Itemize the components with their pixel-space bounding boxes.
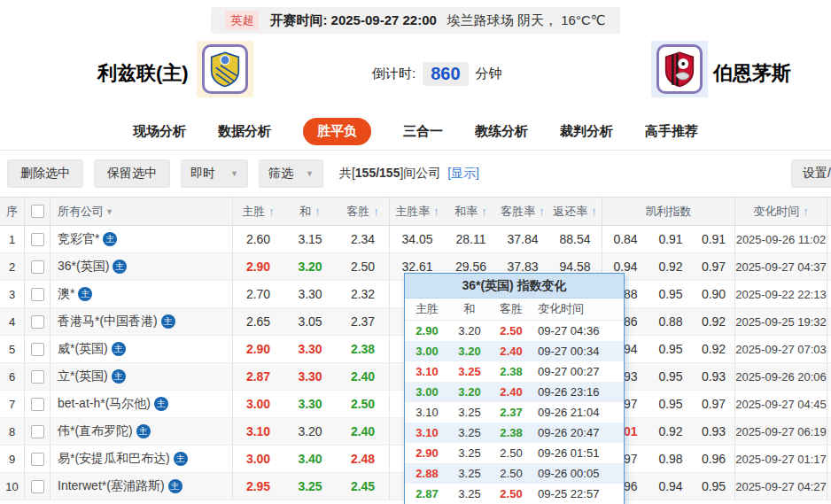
chevron-down-icon: ▼: [105, 207, 113, 216]
table-row: 1竞彩官*主2.603.152.3434.0528.1137.8488.540.…: [0, 226, 831, 253]
match-info-bar: 英超 开赛时间: 2025-09-27 22:00 埃兰路球场 阴天， 16°C…: [211, 7, 619, 34]
home-badge-icon: 主: [136, 424, 151, 438]
kelly-cell: 0.95: [648, 336, 693, 362]
col-header-home-rate[interactable]: 主胜率↑: [390, 198, 445, 225]
popup-odds-cell: 3.10: [405, 406, 449, 419]
odds-cell: 2.70: [233, 281, 283, 307]
popup-odds-cell: 3.00: [405, 345, 449, 358]
company-cell[interactable]: bet-at-h*(马尔他)主: [50, 391, 233, 417]
company-cell[interactable]: 伟*(直布罗陀)主: [50, 418, 233, 445]
company-cell[interactable]: 香港马*(中国香港)主: [50, 308, 233, 335]
col-header-kelly-index: 凯利指数: [602, 198, 735, 225]
col-header-home-odds[interactable]: 主胜↑: [233, 198, 283, 225]
select-all-checkbox[interactable]: [31, 205, 44, 218]
delete-selected-button[interactable]: 删除选中: [7, 159, 83, 188]
row-checkbox[interactable]: [31, 480, 44, 493]
tab-3-active[interactable]: 胜平负: [303, 118, 371, 145]
popup-title: 36*(英国) 指数变化: [405, 274, 624, 299]
kelly-cell: 0.93: [693, 363, 735, 390]
row-checkbox[interactable]: [31, 398, 44, 411]
change-time-cell: 2025-09-27 01:17: [735, 446, 827, 472]
row-checkbox[interactable]: [31, 315, 44, 329]
odds-cell: 3.25: [283, 473, 337, 500]
popup-col-header: 主胜: [405, 301, 449, 317]
odds-cell: 2.87: [233, 363, 283, 390]
odds-cell: 2.90: [233, 336, 283, 362]
settings-button[interactable]: 设置/选择: [791, 159, 831, 188]
home-badge-icon: 主: [161, 314, 175, 329]
row-checkbox[interactable]: [31, 288, 44, 301]
company-cell[interactable]: 立*(英国)主: [50, 363, 233, 390]
popup-row: 2.903.252.5009-26 01:51: [405, 443, 624, 463]
odds-cell: 2.38: [337, 336, 390, 362]
row-select-cell: [25, 473, 50, 500]
company-cell[interactable]: 竞彩官*主: [50, 226, 233, 252]
row-checkbox[interactable]: [31, 453, 44, 466]
row-checkbox[interactable]: [31, 260, 44, 274]
popup-odds-cell: 2.88: [405, 467, 449, 480]
popup-odds-cell: 2.87: [405, 487, 449, 500]
row-seq: 1: [0, 226, 25, 252]
odds-cell: 2.65: [233, 308, 283, 335]
col-header-change-time[interactable]: 变化时间↑: [735, 198, 827, 225]
row-seq: 7: [0, 391, 25, 417]
popup-row: 3.103.252.3809-27 00:27: [405, 361, 624, 382]
row-seq: 8: [0, 418, 25, 445]
kelly-cell: 0.93: [693, 418, 735, 445]
tab-2[interactable]: 数据分析: [218, 123, 271, 140]
popup-odds-cell: 2.40: [490, 385, 532, 399]
col-header-draw-rate[interactable]: 和率↑: [445, 198, 497, 225]
row-checkbox[interactable]: [31, 343, 44, 356]
time-mode-select[interactable]: 即时 ▼: [181, 159, 248, 188]
sort-up-icon: ↑: [591, 205, 597, 218]
odds-cell: 2.95: [233, 473, 283, 500]
tab-4[interactable]: 三合一: [403, 123, 443, 140]
col-header-company[interactable]: 所有公司▼: [50, 198, 233, 225]
popup-odds-cell: 2.90: [405, 324, 449, 337]
company-cell[interactable]: 易*(安提瓜和巴布达)主: [50, 446, 233, 472]
filter-select[interactable]: 筛选 ▼: [259, 159, 323, 188]
odds-cell: 2.34: [337, 226, 390, 252]
row-checkbox[interactable]: [31, 370, 44, 384]
kelly-cell: 0.97: [693, 253, 735, 280]
odds-cell: 2.40: [337, 418, 390, 445]
row-seq: 3: [0, 281, 25, 307]
tab-7[interactable]: 高手推荐: [645, 123, 698, 140]
sort-up-icon: ↑: [481, 205, 487, 218]
popup-odds-cell: 2.38: [490, 426, 532, 439]
col-header-draw-odds[interactable]: 和↑: [283, 198, 337, 225]
popup-odds-cell: 3.25: [449, 446, 490, 460]
col-header-select-all[interactable]: [25, 198, 50, 225]
kelly-cell: 0.91: [648, 226, 693, 252]
change-time-cell: 2025-09-26 20:06: [735, 363, 827, 390]
row-select-cell: [25, 308, 50, 335]
tab-6[interactable]: 裁判分析: [560, 123, 613, 140]
rate-cell: 37.84: [497, 226, 548, 252]
row-checkbox[interactable]: [31, 233, 44, 246]
kelly-cell: 0.95: [648, 391, 693, 417]
col-header-return-rate[interactable]: 返还率↑: [548, 198, 602, 225]
col-header-away-odds[interactable]: 客胜↑: [337, 198, 390, 225]
filter-label: 筛选: [268, 166, 293, 182]
row-checkbox[interactable]: [31, 425, 44, 438]
odds-cell: 2.90: [233, 253, 283, 280]
popup-odds-cell: 3.20: [449, 385, 490, 399]
kelly-cell: 0.98: [648, 446, 693, 472]
tab-1[interactable]: 现场分析: [133, 123, 186, 140]
odds-analysis-page: 英超 开赛时间: 2025-09-27 22:00 埃兰路球场 阴天， 16°C…: [0, 0, 831, 504]
popup-odds-cell: 3.25: [449, 426, 490, 439]
popup-odds-cell: 2.50: [490, 487, 532, 500]
show-link[interactable]: [显示]: [447, 166, 479, 180]
col-header-away-rate[interactable]: 客胜率↑: [497, 198, 548, 225]
popup-odds-cell: 3.20: [449, 324, 490, 337]
tab-5[interactable]: 教练分析: [475, 123, 528, 140]
company-cell[interactable]: 澳*主: [50, 281, 233, 307]
keep-selected-button[interactable]: 保留选中: [94, 159, 170, 188]
change-time-cell: 2025-09-25 19:32: [735, 308, 827, 335]
popup-odds-cell: 2.50: [490, 467, 532, 480]
company-cell[interactable]: Interwet*(塞浦路斯)主: [50, 473, 233, 500]
company-cell[interactable]: 36*(英国)主: [50, 253, 233, 280]
odds-cell: 2.45: [337, 473, 390, 500]
leeds-crest-icon: [210, 50, 240, 88]
company-cell[interactable]: 威*(英国)主: [50, 336, 233, 362]
